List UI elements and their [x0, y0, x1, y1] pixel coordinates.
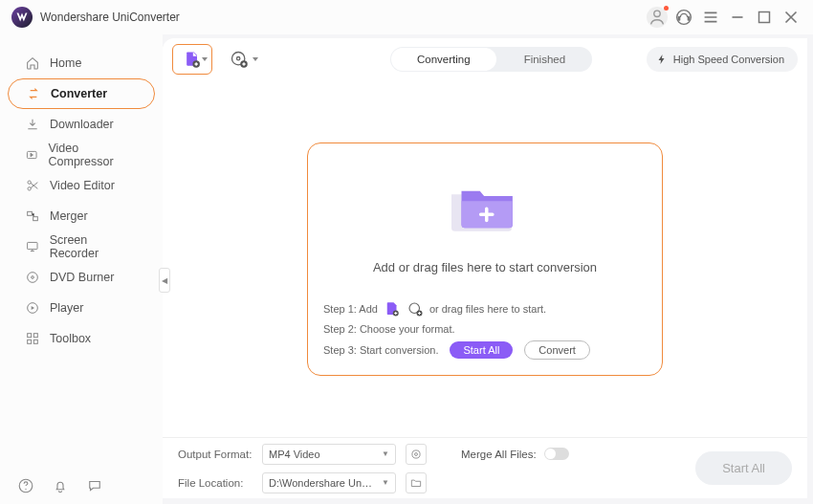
- output-format-label: Output Format:: [178, 449, 253, 460]
- sidebar-item-label: Merger: [50, 209, 88, 223]
- converter-icon: [26, 86, 41, 101]
- add-dvd-button[interactable]: [222, 44, 256, 75]
- sidebar-item-toolbox[interactable]: Toolbox: [8, 323, 155, 354]
- merge-toggle[interactable]: [544, 448, 569, 460]
- svg-rect-17: [33, 340, 37, 343]
- svg-point-0: [654, 11, 660, 16]
- close-button[interactable]: [780, 7, 802, 28]
- notifications-button[interactable]: [52, 477, 69, 494]
- convert-pill-button[interactable]: Convert: [524, 340, 590, 360]
- svg-rect-8: [28, 211, 33, 215]
- sidebar-item-home[interactable]: Home: [8, 48, 155, 78]
- folder-plus-icon: [443, 176, 527, 243]
- minimize-button[interactable]: [727, 7, 748, 28]
- support-button[interactable]: [673, 7, 694, 28]
- dropzone-text: Add or drag files here to start conversi…: [373, 260, 597, 274]
- sidebar-item-label: Screen Recorder: [50, 233, 138, 260]
- svg-rect-3: [688, 16, 691, 21]
- hsc-label: High Speed Conversion: [673, 54, 784, 65]
- menu-button[interactable]: [700, 7, 721, 28]
- add-file-button[interactable]: [172, 44, 212, 75]
- download-icon: [25, 117, 40, 132]
- maximize-button[interactable]: [754, 7, 775, 28]
- chevron-down-icon: ▼: [382, 478, 389, 487]
- feedback-button[interactable]: [86, 477, 103, 494]
- chevron-down-icon: ▼: [382, 449, 389, 458]
- output-format-select[interactable]: MP4 Video ▼: [262, 444, 396, 465]
- recorder-icon: [25, 239, 40, 254]
- svg-rect-10: [28, 242, 37, 249]
- grid-icon: [25, 331, 40, 346]
- svg-point-28: [415, 452, 418, 455]
- add-file-icon[interactable]: [384, 300, 401, 318]
- app-title: Wondershare UniConverter: [40, 11, 180, 24]
- dropzone[interactable]: Add or drag files here to start conversi…: [307, 142, 663, 376]
- lightning-icon: [656, 54, 668, 65]
- account-button[interactable]: [647, 7, 668, 28]
- merger-icon: [25, 208, 40, 224]
- titlebar: Wondershare UniConverter: [0, 0, 813, 34]
- high-speed-conversion-button[interactable]: High Speed Conversion: [647, 47, 798, 72]
- svg-rect-16: [28, 340, 32, 343]
- sidebar-item-merger[interactable]: Merger: [8, 201, 155, 231]
- sidebar-item-label: DVD Burner: [50, 271, 114, 284]
- step-1: Step 1: Add or drag files here to start.: [323, 300, 647, 318]
- start-all-button[interactable]: Start All: [695, 451, 792, 485]
- sidebar-item-label: Video Compressor: [48, 142, 138, 168]
- sidebar-item-label: Home: [50, 56, 81, 70]
- add-dvd-icon[interactable]: [406, 300, 424, 318]
- sidebar-item-recorder[interactable]: Screen Recorder: [8, 231, 155, 262]
- home-icon: [25, 55, 40, 71]
- sidebar-item-label: Player: [50, 301, 83, 315]
- notification-dot: [664, 6, 669, 11]
- svg-point-19: [25, 489, 26, 490]
- svg-rect-15: [33, 334, 37, 338]
- step-3: Step 3: Start conversion. Start All Conv…: [323, 340, 647, 360]
- sidebar: Home Converter Downloader Video Compress…: [0, 34, 163, 504]
- sidebar-item-converter[interactable]: Converter: [8, 78, 155, 109]
- open-folder-button[interactable]: [406, 472, 427, 493]
- sidebar-item-player[interactable]: Player: [8, 293, 155, 323]
- sidebar-item-compressor[interactable]: Video Compressor: [8, 140, 155, 170]
- svg-rect-9: [33, 217, 38, 221]
- svg-point-11: [28, 273, 38, 283]
- tab-converting[interactable]: Converting: [391, 48, 496, 71]
- sidebar-item-label: Video Editor: [50, 179, 115, 192]
- sidebar-item-label: Converter: [51, 87, 107, 100]
- step-2: Step 2: Choose your format.: [323, 323, 647, 335]
- output-settings-button[interactable]: [406, 444, 427, 465]
- file-location-select[interactable]: D:\Wondershare UniConverter ▼: [262, 472, 396, 493]
- collapse-sidebar-button[interactable]: ◀: [159, 268, 170, 293]
- svg-rect-14: [28, 334, 32, 338]
- svg-rect-2: [678, 16, 681, 21]
- sidebar-item-label: Downloader: [50, 118, 114, 131]
- footer: Output Format: MP4 Video ▼ Merge All Fil…: [163, 437, 807, 498]
- disc-icon: [25, 270, 40, 285]
- compressor-icon: [25, 147, 38, 163]
- play-icon: [25, 300, 40, 316]
- toolbar: Converting Finished High Speed Conversio…: [163, 38, 807, 80]
- svg-point-27: [412, 449, 420, 457]
- svg-point-22: [237, 57, 240, 60]
- sidebar-item-downloader[interactable]: Downloader: [8, 109, 155, 140]
- sidebar-item-label: Toolbox: [50, 332, 91, 345]
- scissors-icon: [25, 178, 40, 193]
- svg-rect-4: [759, 12, 770, 23]
- tab-segment: Converting Finished: [390, 47, 592, 72]
- sidebar-item-editor[interactable]: Video Editor: [8, 170, 155, 201]
- help-button[interactable]: [17, 477, 34, 494]
- app-logo: [11, 7, 33, 28]
- sidebar-item-dvd[interactable]: DVD Burner: [8, 262, 155, 293]
- svg-point-12: [32, 276, 34, 279]
- file-location-label: File Location:: [178, 477, 253, 489]
- tab-finished[interactable]: Finished: [497, 47, 592, 72]
- merge-label: Merge All Files:: [461, 449, 537, 460]
- main-panel: Converting Finished High Speed Conversio…: [163, 38, 807, 498]
- start-all-pill-button[interactable]: Start All: [450, 341, 513, 359]
